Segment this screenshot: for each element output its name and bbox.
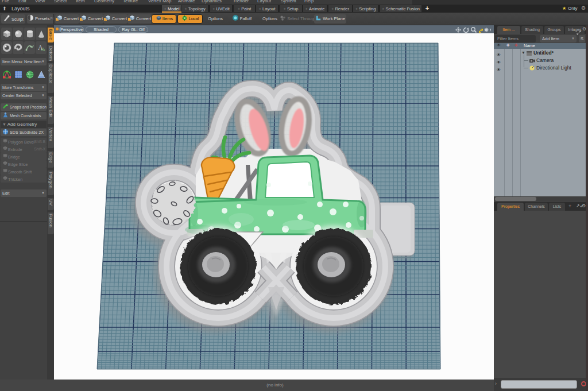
svg-text:&: & (41, 47, 45, 52)
